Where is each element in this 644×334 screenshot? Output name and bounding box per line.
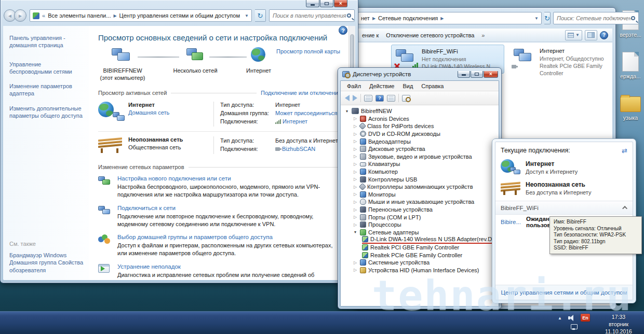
task-title-link[interactable]: Подключиться к сети <box>117 205 341 211</box>
tree-item[interactable]: ▷DVD и CD-ROM дисководы <box>344 130 499 138</box>
toolbar-disconnect-device[interactable]: Отключение сетевого устройства <box>386 32 474 38</box>
desktop-icon-folder-music[interactable]: узыка <box>616 94 644 121</box>
expand-icon[interactable]: ▷ <box>353 170 358 174</box>
tree-item[interactable]: ▷Переносные устройства <box>344 206 499 214</box>
toolbar-more-icon[interactable]: » <box>481 32 485 38</box>
internet-globe-icon[interactable] <box>251 47 265 62</box>
expand-icon[interactable]: ▷ <box>353 185 358 189</box>
scan-hardware-icon[interactable] <box>402 95 410 102</box>
forward-icon[interactable] <box>353 95 357 101</box>
address-dropdown-icon[interactable]: ▼ <box>245 13 249 18</box>
tree-root[interactable]: ▾BibireffNEW <box>344 107 499 115</box>
network-tray-icon[interactable] <box>571 324 579 330</box>
view-options-button[interactable]: ▼ <box>565 30 582 40</box>
taskbar[interactable]: ▲ En 17:33 вторник 11.10.2016 <box>0 311 644 334</box>
minimize-button[interactable] <box>306 0 319 7</box>
expand-icon[interactable]: ▷ <box>353 207 358 212</box>
expand-icon[interactable]: ▷ <box>353 147 358 151</box>
tree-item[interactable]: ▷Видеоадаптеры <box>344 137 499 145</box>
preview-pane-button[interactable] <box>585 30 597 40</box>
sidebar-item-home[interactable]: Панель управления - домашняя страница <box>9 34 85 49</box>
tree-item[interactable]: ▷Контроллеры USB <box>344 175 499 183</box>
collapse-icon[interactable]: ▾ <box>344 109 350 114</box>
expand-icon[interactable]: ▷ <box>353 200 358 204</box>
forward-button[interactable]: ► <box>14 9 26 22</box>
search-box[interactable] <box>553 12 639 24</box>
tree-item[interactable]: ▷Компьютер <box>344 168 499 176</box>
tree-item[interactable]: ▷Дисковые устройства <box>344 145 499 153</box>
menu-view[interactable]: Вид <box>398 82 417 90</box>
tree-item[interactable]: ▷Процессоры <box>344 221 499 229</box>
show-console-tree-icon[interactable] <box>364 95 372 102</box>
help-icon[interactable]: ? <box>339 26 347 35</box>
desktop-icon-document-2[interactable]: ержда... <box>616 52 644 79</box>
back-icon[interactable] <box>345 95 350 101</box>
task-title-link[interactable]: Настройка нового подключения или сети <box>117 175 341 182</box>
tree-item[interactable]: ▷Контроллеры запоминающих устройств <box>344 183 499 191</box>
expand-icon[interactable]: ▷ <box>353 154 358 159</box>
refresh-icon[interactable]: ⇄ <box>622 147 627 155</box>
flyout-connection-unidentified[interactable]: Неопознанная сеть Без доступа к Интернет… <box>495 178 633 198</box>
tree-item-realtek-pci[interactable]: Realtek PCI GBE Family Controller <box>344 244 499 252</box>
view-full-map-link[interactable]: Просмотр полной карты <box>276 48 340 54</box>
connection-tile-internet[interactable]: Интернет Интернет, Общедоступно Realtek … <box>509 45 615 74</box>
expand-icon[interactable]: ▷ <box>353 268 358 272</box>
this-computer-icon[interactable] <box>112 47 132 64</box>
breadcrumb-root[interactable]: Все элементы панели... <box>48 12 111 19</box>
maximize-button[interactable] <box>471 71 483 78</box>
expand-icon[interactable]: ▷ <box>353 116 358 121</box>
expand-icon[interactable]: ▷ <box>353 192 358 197</box>
help-icon[interactable]: ? <box>375 95 384 102</box>
expand-icon[interactable]: ▷ <box>353 162 358 166</box>
sidebar-item-wireless[interactable]: Управление беспроводными сетями <box>9 61 85 76</box>
multiple-networks-icon[interactable] <box>185 47 204 64</box>
tree-item[interactable]: ▷Порты (COM и LPT) <box>344 213 499 221</box>
expand-icon[interactable]: ▷ <box>353 222 358 227</box>
sidebar-item-advanced-sharing[interactable]: Изменить дополнительные параметры общего… <box>9 105 85 120</box>
tree-item-network-adapters[interactable]: ▾Сетевые адаптеры <box>344 229 499 236</box>
tree-item[interactable]: ▷Class for PdiPorts devices <box>344 122 499 130</box>
expand-icon[interactable]: ▷ <box>353 124 358 129</box>
search-box[interactable] <box>269 9 355 22</box>
network-type-link[interactable]: Домашняя сеть <box>128 109 169 116</box>
task-title-link[interactable]: Выбор домашней группы и параметров общег… <box>117 234 341 240</box>
breadcrumb-chevrons[interactable]: « <box>42 12 45 19</box>
menu-file[interactable]: Файл <box>343 82 365 90</box>
breadcrumb-current[interactable]: Центр управления сетями и общим доступом <box>119 12 240 19</box>
expand-icon[interactable]: ▷ <box>353 260 358 265</box>
tree-item[interactable]: ▷Клавиатуры <box>344 160 499 168</box>
search-input[interactable] <box>557 15 631 21</box>
connection-link[interactable]: Интернет <box>283 118 307 124</box>
tree-item[interactable]: ▷Мыши и иные указывающие устройства <box>344 198 499 206</box>
tree-item[interactable]: ▷Acronis Devices <box>344 115 499 123</box>
address-bar[interactable]: нет ▶ Сетевые подключения ▶ ▼ <box>358 12 542 24</box>
address-bar[interactable]: « Все элементы панели... ▶ Центр управле… <box>30 9 252 22</box>
volume-icon[interactable] <box>568 315 575 321</box>
properties-icon[interactable] <box>387 95 395 102</box>
show-hidden-icons-button[interactable]: ▲ <box>558 316 562 321</box>
refresh-button[interactable]: ↻ <box>255 9 266 22</box>
address-dropdown-icon[interactable]: ▼ <box>534 16 539 21</box>
minimize-button[interactable] <box>458 71 470 78</box>
connect-disconnect-link[interactable]: Подключение или отключение <box>261 90 341 96</box>
language-indicator[interactable]: En <box>581 314 590 322</box>
close-button[interactable]: × <box>484 71 498 78</box>
menu-help[interactable]: Справка <box>417 82 448 90</box>
wifi-group-header[interactable]: BibireFF_WiFi <box>495 201 633 214</box>
close-button[interactable]: × <box>334 0 347 7</box>
tree-item-realtek-pcie[interactable]: Realtek PCIe GBE Family Controller <box>344 251 499 259</box>
refresh-button[interactable]: ↻ <box>544 12 551 24</box>
task-title-link[interactable]: Устранение неполадок <box>117 263 341 270</box>
sidebar-item-firewall[interactable]: Брандмауэр Windows <box>9 252 66 258</box>
tree-item[interactable]: ▷Звуковые, видео и игровые устройства <box>344 153 499 161</box>
collapse-icon[interactable]: ▾ <box>353 230 358 234</box>
sidebar-item-homegroup[interactable]: Домашняя группа <box>9 259 57 266</box>
homegroup-join-link[interactable]: Может присоединиться <box>275 110 337 116</box>
flyout-connection-internet[interactable]: Интернет Доступ к Интернету <box>495 157 633 178</box>
open-network-center-link[interactable]: Центр управления сетями и общим доступом <box>501 289 627 296</box>
sidebar-item-adapter[interactable]: Изменение параметров адаптера <box>9 82 85 98</box>
expand-icon[interactable]: ▷ <box>353 132 358 136</box>
toolbar-connect-partial[interactable]: ение к <box>362 32 379 38</box>
connection-link[interactable]: BizhubSCAN <box>282 146 315 152</box>
help-icon[interactable]: ? <box>600 31 608 39</box>
